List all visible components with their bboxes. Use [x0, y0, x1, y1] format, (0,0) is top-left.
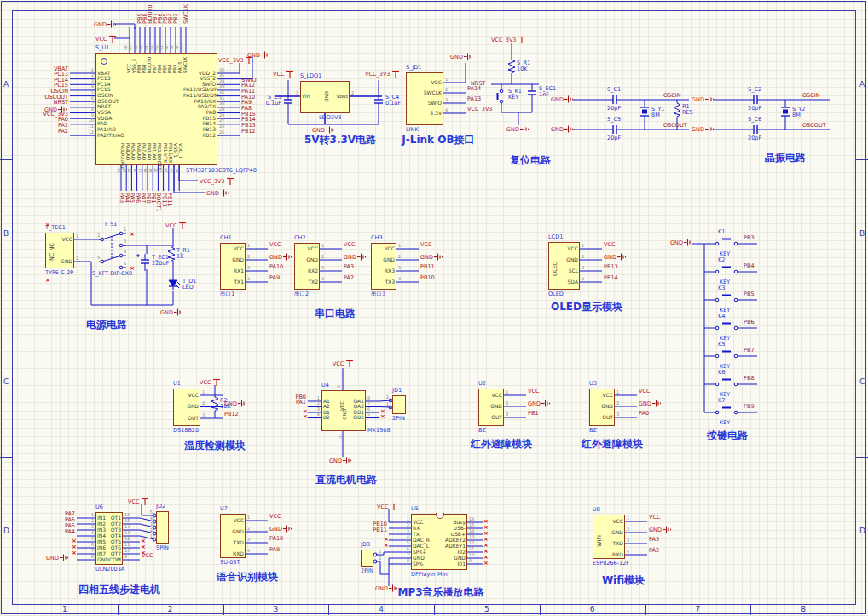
zone-label: 6 [590, 606, 595, 613]
zone-tick [0, 457, 12, 458]
zone-label: C [859, 378, 865, 386]
zone-label: B [3, 229, 9, 237]
zone-tick [856, 159, 868, 160]
zone-label: 5 [484, 606, 489, 613]
zone-tick [223, 605, 224, 615]
zone-tick [0, 159, 12, 160]
zone-label: 7 [696, 606, 701, 613]
zone-tick [645, 605, 646, 615]
zone-tick [856, 308, 868, 308]
zone-label: B [859, 229, 865, 237]
zone-label: D [3, 527, 9, 534]
zone-tick [434, 605, 435, 615]
zone-tick [750, 605, 751, 615]
zone-label: 8 [801, 606, 806, 613]
schematic-sheet: S_U1STM32F103C8T6_LQFP481VBATVBAT2PC13PC… [0, 0, 868, 616]
zone-label: A [3, 81, 9, 89]
zone-tick [328, 605, 329, 615]
zone-label: A [859, 81, 865, 89]
zone-label: 4 [379, 606, 384, 613]
zone-tick [118, 605, 119, 615]
zone-tick [856, 457, 868, 458]
sheet-frame-inner [12, 10, 856, 605]
zone-tick [0, 308, 12, 308]
zone-label: 2 [168, 606, 173, 613]
zone-label: D [859, 527, 865, 534]
zone-tick [540, 605, 541, 615]
zone-label: 1 [62, 606, 67, 613]
zone-label: C [3, 378, 9, 386]
zone-label: 3 [274, 606, 279, 613]
